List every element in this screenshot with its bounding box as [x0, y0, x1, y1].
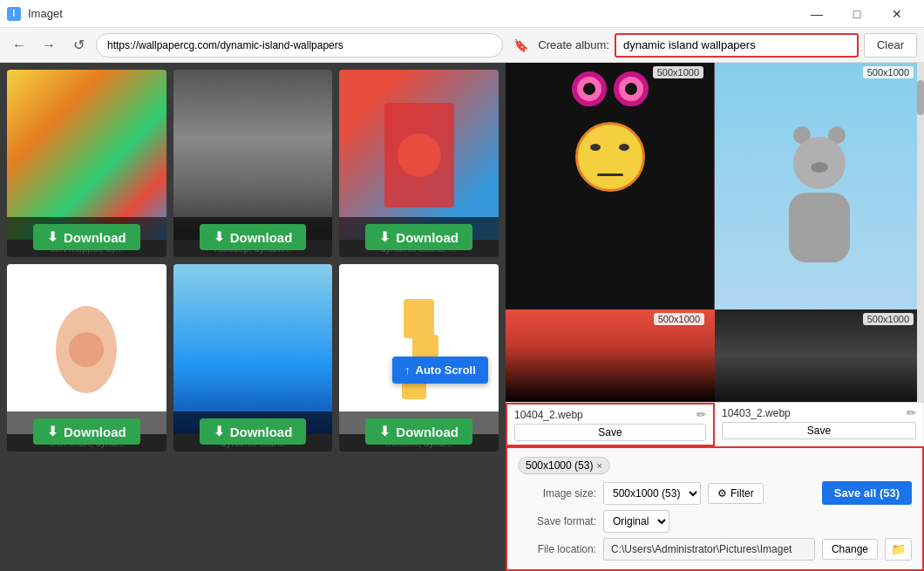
right-panel: 500x1000 — [506, 63, 924, 571]
right-image-cell: 500x1000 — [506, 309, 715, 403]
bottom-panel: 500x1000 (53) × Image size: 500x1000 (53… — [506, 446, 924, 571]
file-location-input[interactable] — [603, 538, 815, 561]
right-image-cell: 500x1000 — [506, 63, 715, 309]
download-button[interactable]: ⬇ Download — [33, 224, 140, 250]
download-icon: ⬇ — [214, 229, 225, 245]
download-icon: ⬇ — [47, 424, 58, 439]
size-badge: 500x1000 — [654, 313, 704, 325]
right-image-cell: 500x1000 — [715, 63, 924, 309]
album-input[interactable] — [615, 33, 859, 58]
filter-button[interactable]: ⚙ Filter — [708, 483, 764, 504]
download-overlay: ⬇ Download — [173, 217, 333, 257]
file-location-label: File location: — [518, 543, 596, 555]
back-button[interactable]: ← — [7, 33, 31, 58]
bookmark-button[interactable]: 🔖 — [508, 33, 533, 58]
filename-rows: 10404_2.webp ✏ Save 10403_2.webp ✏ Save — [506, 402, 924, 446]
download-overlay: ⬇ Download — [7, 217, 166, 257]
window-controls: — □ ✕ — [797, 0, 917, 28]
title-bar-left: I Imaget — [7, 7, 63, 21]
maximize-button[interactable]: □ — [837, 0, 877, 28]
image-grid: ⬇ Download bert muppet, dy... ⬇ Download… — [7, 70, 499, 452]
size-badge: 500x1000 — [863, 66, 914, 78]
list-item[interactable]: ⬇ Download dynamic island — [173, 264, 333, 452]
edit-icon[interactable]: ✏ — [696, 408, 706, 421]
left-panel: ⬇ Download bert muppet, dy... ⬇ Download… — [0, 63, 506, 571]
browser-bar: ← → ↺ 🔖 Create album: Clear — [0, 28, 924, 63]
list-item[interactable]: ⬇ Download shin-chan, dyna... — [7, 264, 166, 452]
filename-text: 10404_2.webp — [514, 409, 693, 421]
download-button[interactable]: ⬇ Download — [33, 418, 140, 445]
filename-input-row: 10403_2.webp ✏ — [722, 406, 916, 419]
save-button-right[interactable]: Save — [722, 422, 916, 439]
auto-scroll-button[interactable]: ↑ Auto Scroll — [392, 357, 488, 384]
right-image-grid: 500x1000 — [506, 63, 924, 402]
download-button[interactable]: ⬇ Download — [365, 418, 472, 445]
image-size-row: Image size: 500x1000 (53) ⚙ Filter Save … — [518, 481, 912, 505]
main-content: ⬇ Download bert muppet, dy... ⬇ Download… — [0, 63, 924, 571]
thumbnail — [339, 70, 499, 240]
file-location-row: File location: Change 📁 — [518, 538, 912, 561]
download-overlay: ⬇ Download — [339, 411, 499, 452]
image-content — [715, 63, 924, 309]
download-button[interactable]: ⬇ Download — [200, 224, 307, 250]
download-icon: ⬇ — [214, 424, 225, 439]
url-bar[interactable] — [96, 33, 503, 58]
download-icon: ⬇ — [379, 424, 391, 439]
save-button-left[interactable]: Save — [514, 424, 706, 441]
folder-button[interactable]: 📁 — [885, 538, 912, 561]
save-format-row: Save format: Original — [518, 510, 912, 533]
clear-button[interactable]: Clear — [864, 33, 917, 58]
list-item[interactable]: ⬇ Download bert muppet, dy... — [7, 70, 166, 257]
filename-cell-right: 10403_2.webp ✏ Save — [715, 403, 924, 446]
size-badge: 500x1000 — [653, 66, 703, 78]
download-button[interactable]: ⬇ Download — [365, 224, 472, 250]
filename-text: 10403_2.webp — [722, 407, 903, 419]
filename-cell-left: 10404_2.webp ✏ Save — [506, 403, 715, 446]
edit-icon[interactable]: ✏ — [907, 406, 916, 419]
filter-icon: ⚙ — [717, 487, 727, 500]
filter-tag: 500x1000 (53) × — [518, 457, 610, 474]
forward-button[interactable]: → — [37, 33, 61, 58]
refresh-button[interactable]: ↺ — [66, 33, 91, 58]
filter-tag-text: 500x1000 (53) — [526, 459, 593, 472]
save-format-select[interactable]: Original — [603, 510, 669, 533]
scrollbar[interactable] — [917, 63, 924, 402]
list-item[interactable]: ⬇ Download dynamic island, ... — [339, 70, 499, 257]
thumbnail — [7, 70, 166, 240]
download-icon: ⬇ — [379, 229, 391, 245]
auto-scroll-icon: ↑ — [404, 364, 411, 377]
save-format-label: Save format: — [518, 515, 596, 527]
download-icon: ⬇ — [47, 229, 58, 245]
thumbnail — [339, 264, 499, 434]
close-button[interactable]: ✕ — [877, 0, 917, 28]
album-label: Create album: — [538, 38, 609, 51]
size-badge: 500x1000 — [863, 313, 914, 325]
download-overlay: ⬇ Download — [7, 411, 166, 452]
download-overlay: ⬇ Download — [339, 217, 499, 257]
thumbnail — [7, 264, 166, 434]
title-bar: I Imaget — □ ✕ — [0, 0, 924, 28]
image-content — [506, 63, 714, 309]
list-item[interactable]: ⬇ Download robocop, dynam... — [173, 70, 333, 257]
filename-input-row: 10404_2.webp ✏ — [514, 408, 706, 421]
thumbnail — [173, 70, 333, 240]
filter-row: 500x1000 (53) × — [518, 457, 912, 474]
download-button[interactable]: ⬇ Download — [200, 418, 307, 445]
app-title: Imaget — [28, 7, 63, 20]
right-image-cell: 500x1000 — [715, 309, 924, 403]
change-button[interactable]: Change — [822, 539, 878, 560]
image-size-label: Image size: — [518, 487, 596, 500]
save-all-button[interactable]: Save all (53) — [822, 481, 912, 505]
filter-tag-remove[interactable]: × — [596, 460, 601, 471]
app-icon: I — [7, 7, 21, 21]
image-size-select[interactable]: 500x1000 (53) — [603, 482, 701, 505]
download-overlay: ⬇ Download — [173, 411, 333, 452]
minimize-button[interactable]: — — [797, 0, 837, 28]
thumbnail — [173, 264, 333, 434]
scrollbar-thumb[interactable] — [917, 80, 924, 115]
